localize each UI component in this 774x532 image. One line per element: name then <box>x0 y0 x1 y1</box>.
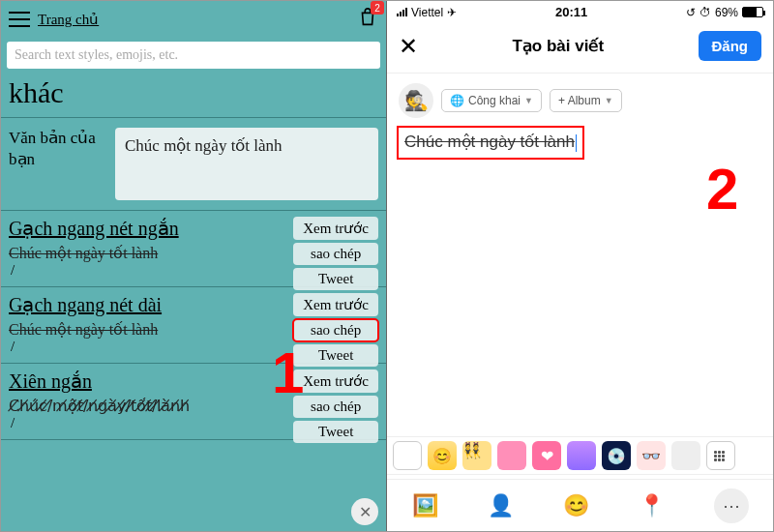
bg-option[interactable]: 💿 <box>602 441 631 470</box>
step-annotation: 2 <box>706 156 738 222</box>
bg-option[interactable]: 😊 <box>428 441 457 470</box>
style-sample: Chúc một ngày tốt lành <box>9 320 158 339</box>
compose-title: Tạo bài viết <box>418 36 699 56</box>
xem-trước-button[interactable]: Xem trước <box>293 293 378 316</box>
close-icon[interactable]: ✕ <box>399 33 418 60</box>
album-chip[interactable]: + Album▼ <box>550 89 622 112</box>
bg-option[interactable]: ❤ <box>532 441 561 470</box>
xem-trước-button[interactable]: Xem trước <box>293 217 378 240</box>
compose-text[interactable]: Chúc một ngày tốt lành <box>399 128 582 158</box>
background-picker[interactable]: 😊 👯 ❤ 💿 👓 <box>387 436 773 475</box>
style-sample: C̸h̸ú̸c̸/̸m̸ộ̸t̸/̸n̸g̸à̸y̸/̸t̸ố̸t̸/̸l̸à̸… <box>9 397 190 415</box>
carrier-label: Viettel <box>411 6 443 19</box>
clock: 20:11 <box>555 5 587 19</box>
your-text-input[interactable]: Chúc một ngày tốt lành <box>115 128 378 200</box>
sao-chép-button[interactable]: sao chép <box>293 319 378 341</box>
avatar[interactable]: 🕵️ <box>399 83 433 118</box>
bg-option[interactable] <box>567 441 596 470</box>
sao-chép-button[interactable]: sao chép <box>293 396 378 418</box>
tag-people-action[interactable]: 👤 <box>488 493 514 518</box>
bg-option[interactable] <box>671 441 700 470</box>
post-button[interactable]: Đăng <box>699 31 762 61</box>
xem-trước-button[interactable]: Xem trước <box>293 369 378 393</box>
shop-icon[interactable]: 2 <box>357 7 378 32</box>
shop-badge: 2 <box>371 1 384 15</box>
bg-more[interactable] <box>706 441 735 470</box>
your-text-label: Văn bản của bạn <box>9 128 105 200</box>
status-bar: Viettel ✈ 20:11 ↺ ⏱ 69% <box>387 1 773 21</box>
sao-chép-button[interactable]: sao chép <box>293 243 378 265</box>
bg-option[interactable] <box>393 441 422 470</box>
search-input[interactable] <box>7 42 380 69</box>
privacy-chip[interactable]: 🌐Công khai▼ <box>441 89 542 112</box>
feeling-action[interactable]: 😊 <box>563 493 589 518</box>
location-action[interactable]: 📍 <box>639 493 665 518</box>
page-heading: khác <box>1 76 386 118</box>
tweet-button[interactable]: Tweet <box>293 421 378 443</box>
battery-pct: 69% <box>715 6 738 19</box>
menu-icon[interactable] <box>9 12 30 27</box>
bg-option[interactable]: 👓 <box>637 441 666 470</box>
more-action[interactable]: ⋯ <box>714 488 749 523</box>
bg-option[interactable]: 👯 <box>462 441 491 470</box>
home-link[interactable]: Trang chủ <box>38 11 99 28</box>
close-fab[interactable]: ✕ <box>351 498 378 525</box>
bg-option[interactable] <box>497 441 526 470</box>
photo-action[interactable]: 🖼️ <box>412 493 438 518</box>
style-sample: Chúc một ngày tốt lành <box>9 244 158 262</box>
